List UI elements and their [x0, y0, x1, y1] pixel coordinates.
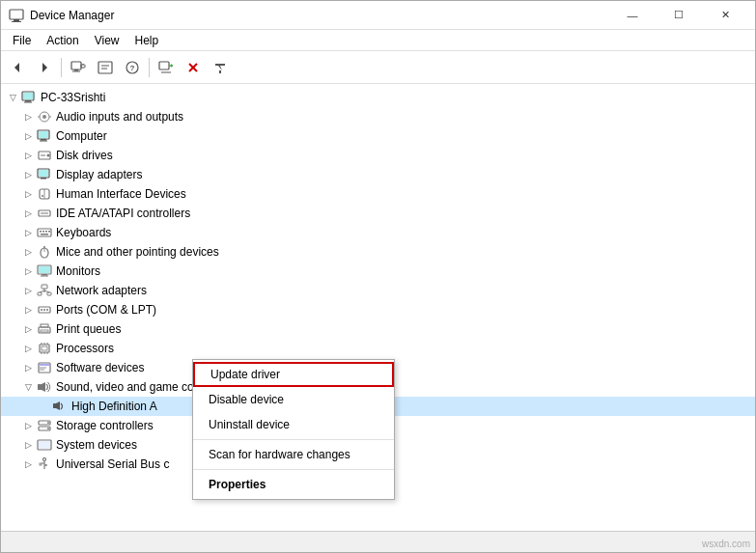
svg-rect-61	[38, 292, 42, 295]
processors-icon	[36, 341, 53, 356]
keyboard-label: Keyboards	[56, 226, 111, 239]
status-bar: wsxdn.com	[1, 531, 755, 552]
ports-expand-icon[interactable]: ▷	[20, 302, 36, 318]
disk-expand-icon[interactable]: ▷	[20, 148, 36, 163]
svg-rect-52	[41, 234, 48, 235]
tree-item-disk[interactable]: ▷ Disk drives	[1, 146, 755, 165]
window-title: Device Manager	[30, 9, 610, 22]
audio-expand-icon[interactable]: ▷	[20, 109, 36, 124]
svg-rect-73	[40, 345, 49, 352]
svg-rect-2	[12, 21, 21, 22]
context-menu-scan-hardware[interactable]: Scan for hardware changes	[193, 442, 394, 467]
computer-tree-icon	[36, 128, 53, 144]
disk-label: Disk drives	[56, 149, 113, 162]
svg-point-92	[47, 428, 49, 429]
svg-marker-3	[14, 63, 19, 72]
monitors-label: Monitors	[56, 264, 100, 278]
tree-item-processors[interactable]: ▷ Processors	[1, 339, 755, 358]
show-hidden-button[interactable]	[66, 55, 91, 80]
tree-item-monitors[interactable]: ▷ Monitors	[1, 262, 755, 281]
disk-icon	[36, 148, 53, 163]
hid-label: Human Interface Devices	[56, 187, 186, 201]
mice-expand-icon[interactable]: ▷	[20, 244, 36, 260]
app-icon	[9, 8, 24, 23]
svg-rect-94	[39, 441, 50, 449]
display-icon	[36, 167, 53, 182]
device-manager-window: Device Manager — ☐ ✕ File Action View He…	[0, 0, 756, 553]
tree-item-ide[interactable]: ▷ IDE ATA/ATAPI controllers	[1, 204, 755, 223]
tree-item-hid[interactable]: ▷ Human Interface Devices	[1, 184, 755, 204]
update-driver-button[interactable]: ?	[120, 55, 145, 80]
maximize-button[interactable]: ☐	[657, 2, 701, 29]
ide-expand-icon[interactable]: ▷	[20, 206, 36, 221]
properties-button[interactable]	[93, 55, 118, 80]
context-menu-sep-2	[193, 469, 394, 470]
toolbar-sep-1	[61, 58, 62, 77]
tree-item-print[interactable]: ▷ Print queues	[1, 319, 755, 339]
network-expand-icon[interactable]: ▷	[20, 283, 36, 298]
print-label: Print queues	[56, 322, 121, 336]
context-menu: Update driver Disable device Uninstall d…	[192, 359, 395, 500]
system-icon	[36, 437, 53, 453]
title-bar: Device Manager — ☐ ✕	[1, 1, 755, 30]
svg-marker-4	[42, 63, 47, 72]
forward-button[interactable]	[32, 55, 57, 80]
monitors-expand-icon[interactable]: ▷	[20, 263, 36, 279]
mice-icon	[36, 244, 53, 260]
tree-item-mice[interactable]: ▷ Mice and other pointing devices	[1, 242, 755, 262]
tree-item-network[interactable]: ▷ Network adapters	[1, 281, 755, 300]
menu-action[interactable]: Action	[39, 32, 86, 49]
keyboard-expand-icon[interactable]: ▷	[20, 225, 36, 240]
svg-rect-1	[14, 19, 19, 21]
context-menu-uninstall-device[interactable]: Uninstall device	[193, 412, 394, 437]
svg-rect-26	[24, 102, 32, 103]
svg-rect-35	[39, 131, 48, 138]
sound-icon	[36, 379, 53, 395]
svg-point-55	[43, 246, 45, 248]
tree-item-computer[interactable]: ▷ Computer	[1, 126, 755, 146]
system-label: System devices	[56, 438, 137, 452]
tree-item-ports[interactable]: ▷ Ports (COM & LPT)	[1, 300, 755, 319]
network-label: Network adapters	[56, 284, 147, 297]
menu-view[interactable]: View	[87, 32, 127, 49]
usb-expand-icon[interactable]: ▷	[20, 456, 36, 472]
context-menu-update-driver[interactable]: Update driver	[193, 362, 394, 387]
svg-rect-57	[39, 266, 50, 273]
scan-button[interactable]	[154, 55, 179, 80]
menu-file[interactable]: File	[5, 32, 39, 49]
svg-rect-25	[25, 100, 31, 102]
tree-root[interactable]: ▽ PC-33Srishti	[1, 88, 755, 107]
context-menu-properties[interactable]: Properties	[193, 472, 394, 497]
svg-rect-62	[47, 292, 51, 295]
display-expand-icon[interactable]: ▷	[20, 167, 36, 182]
software-expand-icon[interactable]: ▷	[20, 360, 36, 375]
tree-item-audio[interactable]: ▷ Audio inputs and outputs	[1, 107, 755, 126]
back-button[interactable]	[5, 55, 30, 80]
print-expand-icon[interactable]: ▷	[20, 321, 36, 337]
minimize-button[interactable]: —	[610, 2, 655, 29]
computer-label: Computer	[56, 129, 107, 143]
svg-rect-72	[41, 330, 48, 332]
execute-button[interactable]	[208, 55, 233, 80]
context-menu-disable-device[interactable]: Disable device	[193, 387, 394, 412]
svg-marker-86	[42, 382, 45, 392]
processors-label: Processors	[56, 342, 114, 355]
close-button[interactable]: ✕	[703, 2, 747, 29]
svg-rect-15	[159, 62, 169, 69]
storage-expand-icon[interactable]: ▷	[20, 418, 36, 433]
delete-button[interactable]	[181, 55, 206, 80]
computer-expand-icon[interactable]: ▷	[20, 128, 36, 144]
processors-expand-icon[interactable]: ▷	[20, 341, 36, 356]
root-expand-icon[interactable]: ▽	[5, 90, 20, 105]
hid-expand-icon[interactable]: ▷	[20, 186, 36, 202]
tree-item-keyboard[interactable]: ▷ Keyboards	[1, 223, 755, 242]
print-icon	[36, 321, 53, 337]
svg-marker-22	[218, 66, 222, 70]
svg-marker-21	[215, 64, 225, 66]
tree-item-display[interactable]: ▷ Display adapters	[1, 165, 755, 184]
menu-help[interactable]: Help	[127, 32, 167, 49]
sound-expand-icon[interactable]: ▽	[20, 379, 36, 395]
system-expand-icon[interactable]: ▷	[20, 437, 36, 453]
svg-rect-82	[40, 364, 49, 366]
svg-point-29	[42, 115, 46, 119]
